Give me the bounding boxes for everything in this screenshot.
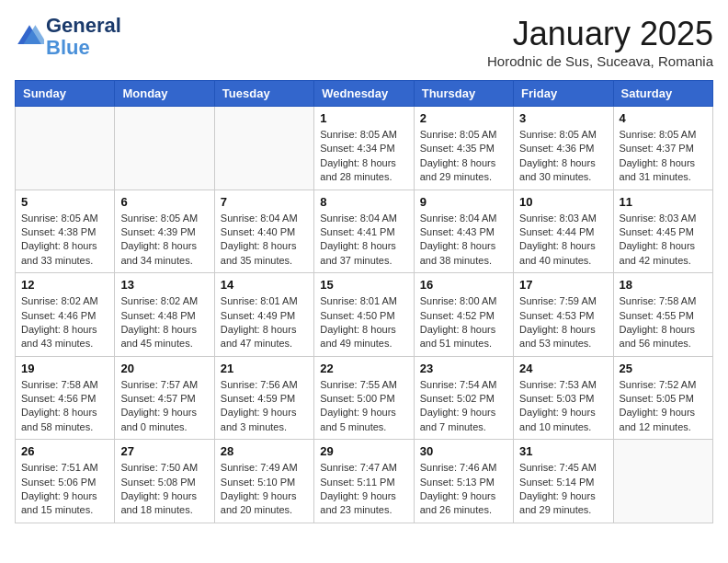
day-number: 24 <box>519 362 607 375</box>
calendar-cell: 5Sunrise: 8:05 AM Sunset: 4:38 PM Daylig… <box>16 190 115 273</box>
logo-icon <box>15 22 44 52</box>
day-number: 17 <box>519 278 607 292</box>
day-info: Sunrise: 8:05 AM Sunset: 4:38 PM Dayligh… <box>21 212 108 269</box>
day-info: Sunrise: 7:52 AM Sunset: 5:05 PM Dayligh… <box>620 378 707 435</box>
day-info: Sunrise: 8:02 AM Sunset: 4:48 PM Dayligh… <box>120 294 208 351</box>
day-number: 30 <box>420 444 507 458</box>
calendar-table: SundayMondayTuesdayWednesdayThursdayFrid… <box>15 80 713 523</box>
day-info: Sunrise: 8:05 AM Sunset: 4:39 PM Dayligh… <box>120 212 208 269</box>
day-number: 21 <box>221 362 308 375</box>
day-info: Sunrise: 8:05 AM Sunset: 4:37 PM Dayligh… <box>620 128 707 185</box>
day-number: 13 <box>120 278 208 292</box>
day-number: 14 <box>221 278 308 292</box>
calendar-cell: 27Sunrise: 7:50 AM Sunset: 5:08 PM Dayli… <box>115 440 214 523</box>
title-block: January 2025 Horodnic de Sus, Suceava, R… <box>487 15 713 69</box>
day-number: 7 <box>221 195 308 209</box>
day-number: 11 <box>620 195 707 209</box>
calendar-cell: 20Sunrise: 7:57 AM Sunset: 4:57 PM Dayli… <box>115 356 214 440</box>
weekday-header-sunday: Sunday <box>16 81 115 107</box>
day-number: 1 <box>320 111 407 125</box>
day-info: Sunrise: 8:02 AM Sunset: 4:46 PM Dayligh… <box>21 294 108 351</box>
day-number: 29 <box>320 444 407 458</box>
day-info: Sunrise: 7:51 AM Sunset: 5:06 PM Dayligh… <box>21 461 108 518</box>
day-info: Sunrise: 8:04 AM Sunset: 4:43 PM Dayligh… <box>420 212 507 269</box>
calendar-cell: 30Sunrise: 7:46 AM Sunset: 5:13 PM Dayli… <box>414 440 513 523</box>
day-info: Sunrise: 7:46 AM Sunset: 5:13 PM Dayligh… <box>420 461 507 518</box>
calendar-cell: 11Sunrise: 8:03 AM Sunset: 4:45 PM Dayli… <box>613 190 712 273</box>
day-info: Sunrise: 8:04 AM Sunset: 4:41 PM Dayligh… <box>320 212 407 269</box>
calendar-cell: 9Sunrise: 8:04 AM Sunset: 4:43 PM Daylig… <box>414 190 513 273</box>
day-info: Sunrise: 7:58 AM Sunset: 4:56 PM Dayligh… <box>21 378 108 435</box>
calendar-cell: 22Sunrise: 7:55 AM Sunset: 5:00 PM Dayli… <box>314 356 414 440</box>
day-info: Sunrise: 7:49 AM Sunset: 5:10 PM Dayligh… <box>221 461 308 518</box>
calendar-cell: 21Sunrise: 7:56 AM Sunset: 4:59 PM Dayli… <box>214 356 313 440</box>
calendar-cell: 8Sunrise: 8:04 AM Sunset: 4:41 PM Daylig… <box>314 190 414 273</box>
day-info: Sunrise: 7:45 AM Sunset: 5:14 PM Dayligh… <box>519 461 607 518</box>
calendar-cell: 7Sunrise: 8:04 AM Sunset: 4:40 PM Daylig… <box>214 190 313 273</box>
day-info: Sunrise: 7:58 AM Sunset: 4:55 PM Dayligh… <box>620 294 707 351</box>
weekday-header-row: SundayMondayTuesdayWednesdayThursdayFrid… <box>16 81 713 107</box>
day-number: 16 <box>420 278 507 292</box>
calendar-cell <box>16 107 115 190</box>
day-number: 19 <box>21 362 108 375</box>
calendar-cell: 13Sunrise: 8:02 AM Sunset: 4:48 PM Dayli… <box>115 273 214 357</box>
day-info: Sunrise: 8:03 AM Sunset: 4:45 PM Dayligh… <box>620 212 707 269</box>
calendar-cell: 28Sunrise: 7:49 AM Sunset: 5:10 PM Dayli… <box>214 440 313 523</box>
day-info: Sunrise: 8:04 AM Sunset: 4:40 PM Dayligh… <box>221 212 308 269</box>
calendar-cell: 10Sunrise: 8:03 AM Sunset: 4:44 PM Dayli… <box>514 190 613 273</box>
day-number: 9 <box>420 195 507 209</box>
day-number: 26 <box>21 444 108 458</box>
weekday-header-tuesday: Tuesday <box>214 81 313 107</box>
day-number: 20 <box>120 362 208 375</box>
day-info: Sunrise: 7:55 AM Sunset: 5:00 PM Dayligh… <box>320 378 407 435</box>
day-number: 25 <box>620 362 707 375</box>
day-number: 3 <box>519 111 607 125</box>
calendar-cell: 18Sunrise: 7:58 AM Sunset: 4:55 PM Dayli… <box>613 273 712 357</box>
calendar-cell: 14Sunrise: 8:01 AM Sunset: 4:49 PM Dayli… <box>214 273 313 357</box>
day-info: Sunrise: 7:56 AM Sunset: 4:59 PM Dayligh… <box>221 378 308 435</box>
day-number: 23 <box>420 362 507 375</box>
day-number: 6 <box>120 195 208 209</box>
day-info: Sunrise: 7:53 AM Sunset: 5:03 PM Dayligh… <box>519 378 607 435</box>
calendar-cell <box>214 107 313 190</box>
calendar-cell: 26Sunrise: 7:51 AM Sunset: 5:06 PM Dayli… <box>16 440 115 523</box>
calendar-cell: 1Sunrise: 8:05 AM Sunset: 4:34 PM Daylig… <box>314 107 414 190</box>
calendar-cell: 25Sunrise: 7:52 AM Sunset: 5:05 PM Dayli… <box>613 356 712 440</box>
calendar-cell: 23Sunrise: 7:54 AM Sunset: 5:02 PM Dayli… <box>414 356 513 440</box>
calendar-cell: 3Sunrise: 8:05 AM Sunset: 4:36 PM Daylig… <box>514 107 613 190</box>
day-info: Sunrise: 8:05 AM Sunset: 4:35 PM Dayligh… <box>420 128 507 185</box>
logo-text: GeneralBlue <box>46 15 121 59</box>
calendar-week-4: 19Sunrise: 7:58 AM Sunset: 4:56 PM Dayli… <box>16 356 713 440</box>
calendar-week-1: 1Sunrise: 8:05 AM Sunset: 4:34 PM Daylig… <box>16 107 713 190</box>
location-subtitle: Horodnic de Sus, Suceava, Romania <box>487 53 713 69</box>
day-number: 31 <box>519 444 607 458</box>
calendar-cell: 17Sunrise: 7:59 AM Sunset: 4:53 PM Dayli… <box>514 273 613 357</box>
calendar-cell: 15Sunrise: 8:01 AM Sunset: 4:50 PM Dayli… <box>314 273 414 357</box>
day-number: 27 <box>120 444 208 458</box>
day-info: Sunrise: 7:57 AM Sunset: 4:57 PM Dayligh… <box>120 378 208 435</box>
weekday-header-wednesday: Wednesday <box>314 81 414 107</box>
day-number: 8 <box>320 195 407 209</box>
calendar-cell: 4Sunrise: 8:05 AM Sunset: 4:37 PM Daylig… <box>613 107 712 190</box>
day-info: Sunrise: 8:03 AM Sunset: 4:44 PM Dayligh… <box>519 212 607 269</box>
calendar-week-5: 26Sunrise: 7:51 AM Sunset: 5:06 PM Dayli… <box>16 440 713 523</box>
day-number: 28 <box>221 444 308 458</box>
calendar-week-2: 5Sunrise: 8:05 AM Sunset: 4:38 PM Daylig… <box>16 190 713 273</box>
day-number: 10 <box>519 195 607 209</box>
calendar-cell: 19Sunrise: 7:58 AM Sunset: 4:56 PM Dayli… <box>16 356 115 440</box>
day-info: Sunrise: 8:01 AM Sunset: 4:50 PM Dayligh… <box>320 294 407 351</box>
day-info: Sunrise: 8:05 AM Sunset: 4:36 PM Dayligh… <box>519 128 607 185</box>
weekday-header-thursday: Thursday <box>414 81 513 107</box>
calendar-week-3: 12Sunrise: 8:02 AM Sunset: 4:46 PM Dayli… <box>16 273 713 357</box>
day-number: 5 <box>21 195 108 209</box>
day-info: Sunrise: 7:54 AM Sunset: 5:02 PM Dayligh… <box>420 378 507 435</box>
calendar-cell: 2Sunrise: 8:05 AM Sunset: 4:35 PM Daylig… <box>414 107 513 190</box>
calendar-cell: 31Sunrise: 7:45 AM Sunset: 5:14 PM Dayli… <box>514 440 613 523</box>
calendar-cell <box>613 440 712 523</box>
day-number: 4 <box>620 111 707 125</box>
calendar-cell: 12Sunrise: 8:02 AM Sunset: 4:46 PM Dayli… <box>16 273 115 357</box>
calendar-cell: 29Sunrise: 7:47 AM Sunset: 5:11 PM Dayli… <box>314 440 414 523</box>
calendar-cell: 24Sunrise: 7:53 AM Sunset: 5:03 PM Dayli… <box>514 356 613 440</box>
day-number: 18 <box>620 278 707 292</box>
page-header: GeneralBlue January 2025 Horodnic de Sus… <box>15 15 713 69</box>
